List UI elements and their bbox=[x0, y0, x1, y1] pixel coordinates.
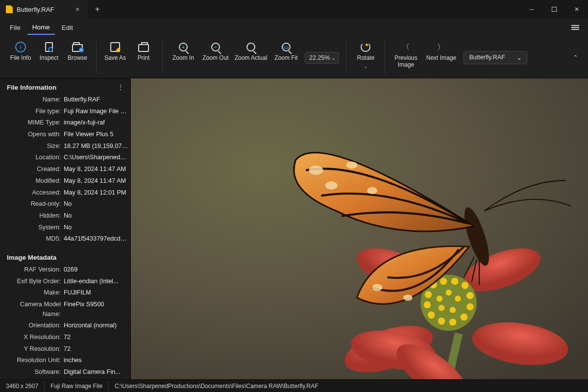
file-select[interactable]: Butterfly.RAF ⌄ bbox=[464, 51, 527, 64]
info-row: Modify Date:2006:12:31 11:42:35 bbox=[0, 378, 130, 379]
next-image-label: Next Image bbox=[426, 55, 456, 62]
svg-point-24 bbox=[437, 295, 442, 301]
info-value: No bbox=[64, 211, 72, 221]
document-tab[interactable]: Butterfly.RAF × bbox=[0, 0, 88, 19]
file-select-value: Butterfly.RAF bbox=[469, 54, 505, 61]
save-as-button[interactable]: Save As bbox=[101, 39, 129, 76]
info-key: Opens with: bbox=[0, 130, 64, 140]
zoom-fit-button[interactable]: ▭ Zoom Fit bbox=[270, 39, 302, 76]
status-filetype: Fuji Raw Image File bbox=[45, 380, 109, 392]
svg-point-26 bbox=[309, 166, 323, 175]
hamburger-menu-icon[interactable] bbox=[567, 21, 583, 34]
info-key: Modified: bbox=[0, 176, 64, 186]
zoom-actual-icon bbox=[245, 41, 257, 53]
new-tab-button[interactable]: + bbox=[88, 5, 106, 14]
chevron-down-icon: ⌄ bbox=[516, 54, 522, 61]
zoom-in-label: Zoom In bbox=[172, 55, 194, 62]
info-row: Resolution Unit:inches bbox=[0, 355, 130, 367]
info-key: Orientation: bbox=[0, 321, 64, 331]
info-row: X Resolution:72 bbox=[0, 332, 130, 343]
collapse-ribbon-button[interactable]: ⌃ bbox=[567, 50, 584, 65]
panel-title: File Information bbox=[7, 84, 56, 91]
svg-point-9 bbox=[440, 278, 447, 285]
tab-title: Butterfly.RAF bbox=[17, 6, 54, 13]
info-row: Make:FUJIFILM bbox=[0, 287, 130, 299]
close-tab-icon[interactable]: × bbox=[73, 5, 82, 13]
menu-edit[interactable]: Edit bbox=[57, 21, 78, 34]
svg-point-23 bbox=[439, 305, 444, 311]
menu-home[interactable]: Home bbox=[27, 21, 55, 35]
info-row: Size:18.27 MB (19,159,072 bytes) bbox=[0, 141, 130, 152]
info-key: Name: bbox=[0, 95, 64, 105]
svg-point-22 bbox=[450, 307, 456, 313]
info-key: Resolution Unit: bbox=[0, 356, 64, 366]
info-key: Make: bbox=[0, 288, 64, 298]
inspect-button[interactable]: Inspect bbox=[35, 39, 63, 76]
info-value: No bbox=[64, 223, 72, 233]
info-key: Camera Model Name: bbox=[0, 300, 64, 319]
svg-point-19 bbox=[425, 291, 432, 298]
zoom-level-select[interactable]: 22.25% bbox=[305, 52, 339, 64]
info-key: RAF Version: bbox=[0, 265, 64, 275]
maximize-button[interactable] bbox=[543, 0, 565, 19]
info-value: FinePix S9500 bbox=[64, 300, 104, 319]
svg-point-27 bbox=[325, 181, 338, 190]
info-row: Accessed:May 8, 2024 12:01 PM bbox=[0, 187, 130, 199]
info-value: 72 bbox=[64, 344, 71, 354]
info-row: MIME Type:image/x-fuji-raf bbox=[0, 117, 130, 129]
print-label: Print bbox=[138, 55, 150, 62]
svg-point-12 bbox=[466, 292, 474, 299]
info-value: Butterfly.RAF bbox=[64, 95, 100, 105]
info-row: Modified:May 8, 2024 11:47 AM bbox=[0, 175, 130, 187]
zoom-fit-icon: ▭ bbox=[280, 41, 292, 53]
info-value: C:\Users\SharpenedProdu... bbox=[64, 153, 128, 163]
info-key: Accessed: bbox=[0, 188, 64, 198]
info-value: Fuji Raw Image File (.raf) bbox=[64, 107, 128, 117]
statusbar: 3460 x 2607 Fuji Raw Image File C:\Users… bbox=[0, 379, 588, 392]
info-value: 0269 bbox=[64, 265, 77, 275]
info-row: Read-only:No bbox=[0, 198, 130, 210]
info-value: Horizontal (normal) bbox=[64, 321, 117, 331]
rotate-button[interactable]: Rotate ⌄ bbox=[351, 39, 380, 76]
svg-point-17 bbox=[428, 312, 435, 319]
minimize-button[interactable]: ─ bbox=[520, 0, 543, 19]
image-viewer[interactable] bbox=[131, 78, 588, 379]
print-button[interactable]: Print bbox=[130, 39, 157, 76]
butterfly-image bbox=[131, 78, 588, 379]
info-row: Camera Model Name:FinePix S9500 bbox=[0, 299, 130, 320]
ribbon: i File Info Inspect + Browse Save As Pri… bbox=[0, 36, 588, 78]
svg-point-16 bbox=[438, 318, 445, 325]
info-value: 18.27 MB (19,159,072 bytes) bbox=[64, 142, 128, 151]
panel-menu-icon[interactable]: ⋮ bbox=[117, 83, 124, 91]
info-value: inches bbox=[64, 356, 82, 366]
info-row: Opens with:File Viewer Plus 5 bbox=[0, 129, 130, 141]
image-metadata-header: Image Metadata bbox=[0, 249, 130, 264]
file-info-button[interactable]: i File Info bbox=[7, 39, 34, 76]
next-image-button[interactable]: 〉 Next Image bbox=[422, 39, 460, 76]
status-dimensions: 3460 x 2607 bbox=[0, 380, 45, 392]
svg-point-15 bbox=[449, 318, 457, 326]
zoom-out-button[interactable]: − Zoom Out bbox=[200, 39, 231, 76]
save-icon bbox=[109, 41, 121, 53]
close-button[interactable]: ✕ bbox=[565, 0, 588, 19]
window-controls: ─ ✕ bbox=[520, 0, 588, 19]
folder-icon: + bbox=[72, 41, 83, 53]
info-panel[interactable]: File Information ⋮ Name:Butterfly.RAFFil… bbox=[0, 78, 131, 379]
browse-button[interactable]: + Browse bbox=[64, 39, 91, 76]
info-key: MD5: bbox=[0, 234, 64, 244]
info-value: May 8, 2024 12:01 PM bbox=[64, 188, 126, 198]
info-value: May 8, 2024 11:47 AM bbox=[64, 165, 126, 174]
previous-image-button[interactable]: 〈 Previous Image bbox=[390, 39, 421, 76]
menu-file[interactable]: File bbox=[5, 21, 25, 34]
info-row: Y Resolution:72 bbox=[0, 343, 130, 355]
zoom-fit-label: Zoom Fit bbox=[274, 55, 297, 62]
svg-point-13 bbox=[466, 303, 474, 311]
zoom-actual-button[interactable]: Zoom Actual bbox=[232, 39, 270, 76]
info-value: Digital Camera Fin... bbox=[64, 368, 121, 377]
zoom-in-button[interactable]: + Zoom In bbox=[168, 39, 199, 76]
info-value: Little-endian (Intel... bbox=[64, 277, 118, 287]
info-row: Name:Butterfly.RAF bbox=[0, 94, 130, 106]
svg-point-21 bbox=[455, 295, 461, 301]
status-path: C:\Users\SharpenedProductions\Documents\… bbox=[109, 380, 324, 392]
file-information-header: File Information ⋮ bbox=[0, 78, 130, 94]
